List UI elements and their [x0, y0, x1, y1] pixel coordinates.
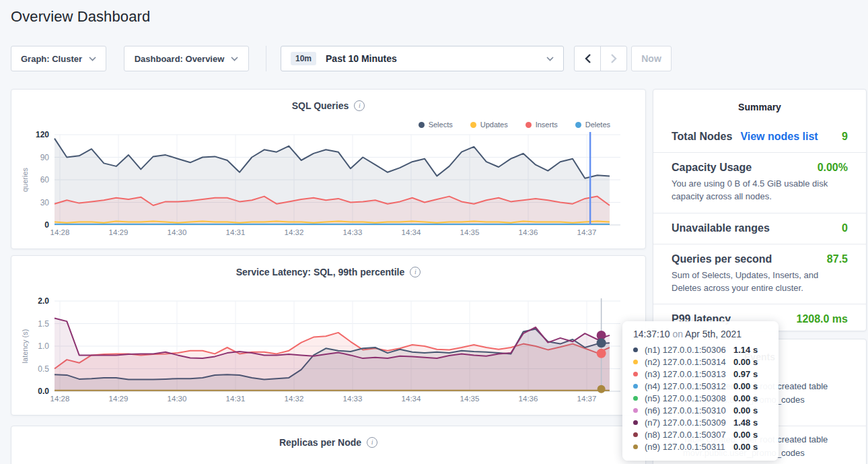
time-prev-button[interactable] — [575, 46, 600, 71]
tooltip-node-value: 0.00 s — [733, 430, 758, 440]
chevron-down-icon — [231, 57, 238, 61]
tooltip-node-value: 0.00 s — [733, 357, 758, 367]
svg-text:14:35: 14:35 — [460, 228, 480, 236]
legend-label: Updates — [480, 121, 508, 129]
tooltip-timestamp: 14:37:10 on Apr 5th, 2021 — [633, 329, 768, 339]
legend-label: Inserts — [536, 121, 558, 129]
svg-text:120: 120 — [36, 130, 49, 139]
tooltip-node-label: (n2) 127.0.0.1:50314 — [645, 357, 733, 367]
tooltip-row: (n3) 127.0.0.1:503130.97 s — [633, 368, 768, 380]
series-color-dot — [633, 432, 638, 437]
chart-tooltip: 14:37:10 on Apr 5th, 2021 (n1) 127.0.0.1… — [622, 321, 779, 461]
tooltip-row: (n1) 127.0.0.1:503061.14 s — [633, 343, 768, 356]
svg-text:90: 90 — [40, 153, 50, 162]
chevron-down-icon — [89, 57, 96, 61]
time-range-badge: 10m — [291, 52, 316, 65]
tooltip-row: (n6) 127.0.0.1:503100.00 s — [633, 404, 768, 416]
sql-queries-chart[interactable]: 14:2814:2914:3014:3114:3214:3314:3414:35… — [11, 129, 647, 244]
svg-text:14:35: 14:35 — [460, 395, 480, 403]
svg-text:14:37: 14:37 — [577, 228, 597, 236]
time-range-label: Past 10 Minutes — [326, 53, 397, 64]
tooltip-node-label: (n6) 127.0.0.1:50310 — [645, 405, 733, 416]
legend-dot — [419, 122, 425, 128]
svg-text:14:37: 14:37 — [577, 395, 597, 403]
now-button[interactable]: Now — [631, 46, 672, 71]
metric-description: Sum of Selects, Updates, Inserts, and De… — [672, 269, 848, 295]
service-latency-chart[interactable]: 14:2814:2914:3014:3114:3214:3314:3414:35… — [11, 295, 647, 411]
svg-text:1.0: 1.0 — [38, 341, 49, 351]
tooltip-row: (n4) 127.0.0.1:503120.00 s — [633, 380, 768, 392]
metric-value: 87.5 — [827, 253, 848, 265]
tooltip-node-value: 0.97 s — [733, 369, 758, 379]
tooltip-node-value: 0.00 s — [733, 405, 758, 416]
legend-item-deletes[interactable]: Deletes — [575, 121, 610, 129]
summary-metric-qps: Queries per second 87.5 Sum of Selects, … — [653, 244, 866, 304]
replicas-per-node-panel: Replicas per Node i — [11, 426, 646, 464]
chart-legend: SelectsUpdatesInsertsDeletes — [419, 121, 610, 129]
summary-metric-unavailable-ranges: Unavailable ranges 0 — [653, 213, 866, 244]
svg-text:14:32: 14:32 — [285, 228, 304, 236]
metric-value: 1208.0 ms — [796, 313, 848, 325]
tooltip-node-label: (n5) 127.0.0.1:50308 — [645, 393, 733, 403]
svg-text:14:31: 14:31 — [226, 228, 246, 236]
time-step-group — [574, 46, 627, 71]
svg-text:1.5: 1.5 — [38, 319, 49, 329]
metric-label: Total Nodes — [672, 131, 732, 143]
summary-panel: Summary Total Nodes View nodes list 9 Ca… — [653, 89, 867, 331]
info-icon[interactable]: i — [410, 267, 421, 277]
tooltip-node-value: 0.00 s — [733, 381, 758, 391]
summary-metric-capacity-usage: Capacity Usage 0.00% You are using 0 B o… — [653, 152, 866, 213]
view-nodes-list-link[interactable]: View nodes list — [740, 131, 818, 143]
svg-text:14:33: 14:33 — [343, 395, 363, 403]
tooltip-node-label: (n9) 127.0.0.1:50311 — [645, 442, 733, 452]
tooltip-row: (n8) 127.0.0.1:503070.00 s — [633, 428, 768, 440]
time-range-selector[interactable]: 10m Past 10 Minutes — [281, 46, 564, 71]
dashboard-dropdown[interactable]: Dashboard: Overview — [124, 46, 249, 71]
tooltip-row: (n2) 127.0.0.1:503140.00 s — [633, 356, 768, 368]
chart-title: Replicas per Node — [279, 437, 361, 448]
tooltip-node-label: (n4) 127.0.0.1:50312 — [645, 381, 733, 391]
sql-queries-panel: SQL Queries i SelectsUpdatesInsertsDelet… — [11, 89, 646, 249]
svg-text:queries: queries — [21, 167, 29, 192]
legend-dot — [526, 122, 532, 128]
series-color-dot — [633, 372, 638, 376]
svg-text:0: 0 — [44, 220, 49, 230]
legend-dot — [575, 122, 581, 128]
legend-item-inserts[interactable]: Inserts — [526, 121, 558, 129]
tooltip-node-value: 1.48 s — [733, 418, 758, 428]
svg-text:14:36: 14:36 — [519, 228, 538, 236]
legend-label: Deletes — [585, 121, 610, 129]
svg-text:14:36: 14:36 — [519, 395, 538, 403]
tooltip-row: (n5) 127.0.0.1:503080.00 s — [633, 392, 768, 404]
chart-title: SQL Queries — [292, 100, 349, 111]
tooltip-node-label: (n3) 127.0.0.1:50313 — [645, 369, 733, 379]
svg-text:14:29: 14:29 — [109, 395, 129, 403]
svg-text:14:33: 14:33 — [343, 228, 363, 236]
svg-text:0.0: 0.0 — [38, 387, 49, 396]
tooltip-rows: (n1) 127.0.0.1:503061.14 s(n2) 127.0.0.1… — [633, 343, 768, 453]
series-color-dot — [633, 408, 638, 413]
svg-text:14:34: 14:34 — [402, 228, 421, 236]
svg-text:14:28: 14:28 — [50, 228, 70, 236]
tooltip-node-value: 0.00 s — [733, 393, 758, 403]
legend-item-updates[interactable]: Updates — [470, 121, 508, 129]
legend-item-selects[interactable]: Selects — [419, 121, 453, 129]
graph-dropdown[interactable]: Graph: Cluster — [11, 46, 106, 71]
svg-text:14:30: 14:30 — [168, 395, 187, 403]
graph-dropdown-label: Graph: Cluster — [21, 54, 82, 64]
chevron-left-icon — [584, 53, 591, 64]
info-icon[interactable]: i — [354, 100, 365, 111]
legend-dot — [470, 122, 476, 128]
series-color-dot — [633, 384, 638, 389]
svg-text:2.0: 2.0 — [38, 296, 49, 306]
summary-heading: Summary — [653, 102, 866, 112]
svg-text:14:29: 14:29 — [109, 228, 129, 236]
series-color-dot — [633, 396, 638, 401]
info-icon[interactable]: i — [367, 437, 377, 448]
metric-description: You are using 0 B of 4.5 GiB usable disk… — [672, 178, 848, 203]
metric-value: 0.00% — [818, 162, 848, 174]
service-latency-panel: Service Latency: SQL, 99th percentile i … — [11, 255, 646, 416]
metric-label: Queries per second — [672, 253, 772, 265]
svg-text:latency (s): latency (s) — [21, 329, 29, 364]
time-next-button[interactable] — [600, 46, 626, 71]
